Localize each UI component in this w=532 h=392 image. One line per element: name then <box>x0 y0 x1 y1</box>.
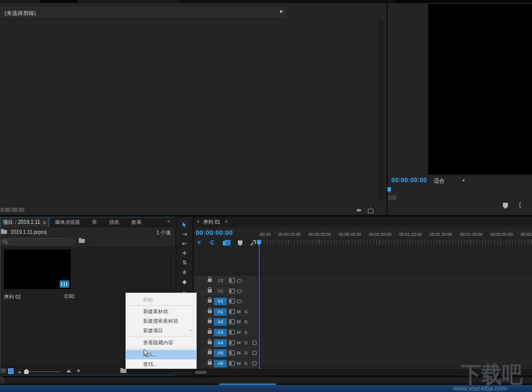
menu-item-3[interactable]: 新建搜索素材箱 <box>126 316 196 326</box>
track-select-forward-tool[interactable]: ⇥ <box>176 229 193 239</box>
play-around-icon[interactable]: ▶▶ <box>357 208 361 212</box>
menu-item-9[interactable]: 查找... <box>126 359 196 369</box>
button-editor-icon[interactable]: { <box>519 201 521 208</box>
mute-button[interactable]: M <box>237 309 241 314</box>
track-target-button[interactable]: A6 <box>214 360 227 367</box>
selection-tool[interactable] <box>176 220 193 229</box>
project-tab-3[interactable]: 信息 <box>103 217 125 227</box>
sync-lock-icon[interactable] <box>229 309 235 314</box>
mute-button[interactable]: M <box>237 350 241 355</box>
sync-lock-icon[interactable] <box>229 319 235 324</box>
panel-menu-icon[interactable]: ≡ <box>225 219 227 224</box>
solo-button[interactable]: S <box>244 309 247 314</box>
mute-button[interactable]: M <box>237 330 241 335</box>
sequence-name[interactable]: 序列 01 <box>4 294 21 301</box>
track-content[interactable] <box>258 317 532 328</box>
ripple-edit-tool[interactable]: ✛ <box>176 248 193 258</box>
close-icon[interactable]: × <box>197 219 200 224</box>
track-target-button[interactable]: V3 <box>214 277 227 285</box>
add-marker-icon[interactable] <box>238 240 242 246</box>
zoom-in-icon[interactable] <box>66 369 71 372</box>
new-bin-icon[interactable] <box>120 369 126 373</box>
automate-sequence-icon[interactable]: ◈ <box>77 368 80 373</box>
panel-menu-icon[interactable]: ≡ <box>43 220 46 225</box>
program-scrollbar[interactable] <box>388 195 396 200</box>
voice-over-icon[interactable] <box>252 351 256 355</box>
project-tab-0[interactable]: 项目：2019.1.11≡ <box>0 217 49 227</box>
lock-icon[interactable] <box>208 310 212 313</box>
project-tab-2[interactable]: 库 <box>86 217 103 227</box>
timeline-timecode[interactable]: 00:00:00:00 <box>196 229 233 236</box>
add-marker-icon[interactable] <box>503 203 508 209</box>
source-scrollbar[interactable] <box>377 19 384 201</box>
track-target-button[interactable]: A5 <box>214 349 227 357</box>
menu-item-6[interactable]: 查看隐藏内容 <box>126 338 196 347</box>
chevron-right-icon[interactable]: ▶ <box>280 9 283 14</box>
mute-button[interactable]: M <box>237 361 241 366</box>
track-target-button[interactable]: V2 <box>214 288 227 295</box>
folder-icon[interactable] <box>79 239 85 243</box>
timeline-ruler-ticks[interactable] <box>258 240 532 244</box>
rolling-edit-tool[interactable]: ⇅ <box>176 258 193 268</box>
sync-lock-icon[interactable] <box>229 278 235 283</box>
snap-icon[interactable]: ✕ <box>197 239 201 246</box>
mute-button[interactable]: M <box>237 340 241 345</box>
track-content[interactable] <box>258 287 532 297</box>
timeline-ruler[interactable]: :00:0000:00:15:0000:00:30:0000:00:45:000… <box>258 232 532 237</box>
solo-button[interactable]: S <box>244 340 247 345</box>
lock-icon[interactable] <box>208 330 212 334</box>
track-target-button[interactable]: V1 <box>214 298 227 305</box>
lock-icon[interactable] <box>208 289 212 293</box>
lock-icon[interactable] <box>208 320 212 323</box>
solo-button[interactable]: S <box>244 350 247 355</box>
sync-lock-icon[interactable] <box>229 299 235 304</box>
sequence-thumbnail[interactable] <box>4 249 71 289</box>
timeline-hscroll-thumb[interactable] <box>195 371 207 374</box>
sync-lock-icon[interactable] <box>229 340 235 345</box>
program-playhead-icon[interactable] <box>387 187 391 193</box>
sync-lock-icon[interactable] <box>229 350 235 355</box>
timeline-upper-area[interactable] <box>194 247 532 276</box>
razor-tool[interactable]: ◆ <box>176 277 193 287</box>
program-timecode[interactable]: 00:00:00:00 <box>391 177 427 184</box>
project-tab-4[interactable]: 效果 <box>125 217 148 227</box>
voice-over-icon[interactable] <box>252 361 256 365</box>
track-content[interactable] <box>258 348 532 359</box>
menu-item-8[interactable]: 导入... <box>126 350 196 359</box>
track-target-button[interactable]: A2 <box>214 318 227 326</box>
sync-lock-icon[interactable] <box>229 361 235 366</box>
track-target-button[interactable]: A3 <box>214 329 227 336</box>
timeline-tab-sequence[interactable]: 序列 01 <box>203 219 220 226</box>
zoom-slider-track[interactable] <box>29 371 61 372</box>
track-content[interactable] <box>258 328 532 338</box>
track-target-button[interactable]: A1 <box>214 308 227 316</box>
lock-icon[interactable] <box>208 351 212 354</box>
solo-button[interactable]: S <box>244 330 247 335</box>
project-file-name[interactable]: 2019.1.11.prproj <box>11 229 47 235</box>
sync-lock-icon[interactable] <box>229 330 235 335</box>
track-visibility-eye-icon[interactable] <box>237 290 242 293</box>
lock-icon[interactable] <box>208 341 212 344</box>
menu-item-2[interactable]: 新建素材箱 <box>126 307 196 316</box>
lock-icon[interactable] <box>208 299 212 303</box>
zoom-slider-thumb[interactable] <box>24 369 29 374</box>
timeline-playhead-line[interactable] <box>259 240 259 369</box>
track-select-backward-tool[interactable]: ⇤ <box>176 239 193 248</box>
zoom-out-icon[interactable] <box>18 371 22 373</box>
solo-button[interactable]: S <box>244 319 247 324</box>
voice-over-icon[interactable] <box>252 341 256 345</box>
rate-stretch-tool[interactable]: ⋔ <box>176 268 193 277</box>
track-content[interactable] <box>258 297 532 307</box>
icon-view-icon[interactable] <box>8 368 14 374</box>
track-visibility-eye-icon[interactable] <box>237 279 242 283</box>
zoom-level-select[interactable]: 适合 <box>434 177 445 185</box>
track-content[interactable] <box>258 276 532 287</box>
track-target-button[interactable]: A4 <box>214 339 227 347</box>
export-frame-icon[interactable] <box>368 209 373 213</box>
linked-selection-icon[interactable]: C <box>210 239 214 245</box>
lock-icon[interactable] <box>208 279 212 282</box>
tab-overflow-icon[interactable]: » <box>167 218 170 224</box>
nest-sequence-icon[interactable] <box>223 240 229 245</box>
mute-button[interactable]: M <box>237 319 241 324</box>
project-tab-1[interactable]: 媒体浏览器 <box>49 217 86 227</box>
